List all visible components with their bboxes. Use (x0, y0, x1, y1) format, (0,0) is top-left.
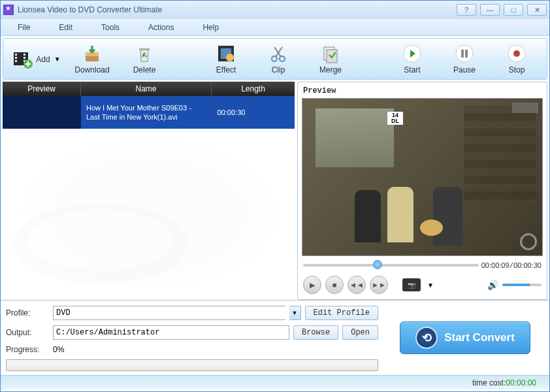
scissors-icon (268, 43, 289, 64)
settings-area: Profile: ▼ Edit Profile Output: Browse O… (6, 306, 378, 370)
pause-button[interactable]: Pause (438, 41, 491, 77)
add-label: Add (36, 55, 50, 64)
profile-dropdown-arrow[interactable]: ▼ (289, 306, 301, 320)
browse-button[interactable]: Browse (293, 325, 338, 340)
profile-label: Profile: (6, 308, 49, 318)
output-path-input[interactable] (53, 325, 289, 340)
preview-panel: Preview 14 DL 00:00:09/00:00:30 ▶ ■ ◄◄ ►… (297, 82, 547, 300)
list-background (3, 129, 295, 300)
pause-label: Pause (453, 65, 476, 74)
download-label: Download (74, 65, 109, 74)
svg-point-13 (226, 54, 234, 61)
add-button[interactable]: Add ▼ (7, 41, 66, 77)
time-cost-label: time cost: (472, 378, 506, 387)
play-icon (402, 43, 423, 64)
output-label: Output: (6, 328, 49, 337)
statusbar: time cost: 00:00:00 (1, 375, 549, 389)
filmstrip-add-icon (12, 48, 33, 69)
effect-button[interactable]: Effect (200, 41, 252, 77)
svg-rect-2 (15, 57, 17, 59)
stop-icon (506, 43, 527, 64)
play-control[interactable]: ▶ (303, 276, 321, 294)
svg-rect-17 (327, 50, 337, 63)
svg-rect-3 (15, 60, 17, 62)
menu-actions[interactable]: Actions (140, 20, 182, 35)
app-icon (3, 5, 14, 15)
preview-title: Preview (300, 85, 544, 97)
start-button[interactable]: Start (386, 41, 438, 77)
menu-tools[interactable]: Tools (93, 20, 127, 35)
svg-rect-21 (465, 50, 468, 57)
open-button[interactable]: Open (342, 325, 378, 340)
snapshot-button[interactable]: 📷 (402, 278, 421, 291)
window-title: Lionsea Video to DVD Converter Ultimate (18, 5, 453, 14)
col-preview[interactable]: Preview (3, 82, 81, 96)
row-filename: How I Met Your Mother S09E03 - Last Time… (81, 101, 199, 125)
stop-control[interactable]: ■ (325, 276, 344, 294)
svg-rect-5 (24, 57, 25, 59)
clip-label: Clip (272, 65, 285, 74)
playback-controls: ▶ ■ ◄◄ ►► 📷 ▼ 🔊 (300, 273, 544, 297)
convert-label: Start Convert (444, 331, 515, 344)
titlebar: Lionsea Video to DVD Converter Ultimate … (1, 1, 549, 19)
svg-rect-1 (15, 54, 17, 56)
video-preview[interactable]: 14 DL (302, 98, 543, 256)
menu-file[interactable]: File (10, 20, 38, 35)
menu-edit[interactable]: Edit (51, 20, 80, 35)
convert-area: ⟲ Start Convert (386, 306, 544, 370)
volume-icon[interactable]: 🔊 (487, 280, 498, 290)
volume-slider[interactable] (502, 284, 542, 286)
effect-icon (216, 43, 236, 64)
minimize-button[interactable]: — (480, 4, 500, 16)
seek-slider[interactable] (303, 264, 479, 267)
merge-label: Merge (319, 65, 342, 74)
effect-label: Effect (216, 65, 236, 74)
menu-help[interactable]: Help (195, 20, 227, 35)
svg-rect-10 (139, 48, 150, 50)
rating-badge: 14 DL (387, 112, 403, 125)
bottom-panel: Profile: ▼ Edit Profile Output: Browse O… (1, 300, 549, 375)
network-logo-icon (520, 233, 537, 250)
rewind-control[interactable]: ◄◄ (348, 276, 366, 294)
help-button[interactable]: ? (457, 4, 476, 16)
dropdown-arrow-icon: ▼ (54, 56, 61, 63)
edit-profile-button[interactable]: Edit Profile (305, 306, 378, 320)
stop-button[interactable]: Stop (491, 41, 543, 77)
time-display: 00:00:09/00:00:30 (481, 261, 542, 270)
download-button[interactable]: Download (66, 41, 118, 77)
col-length[interactable]: Length (212, 82, 295, 96)
file-list-panel: Preview Name Length How I Met Your Mothe… (3, 82, 295, 300)
close-button[interactable]: ✕ (527, 4, 547, 16)
content-area: Preview Name Length How I Met Your Mothe… (1, 82, 549, 300)
progress-label: Progress: (6, 345, 49, 354)
col-name[interactable]: Name (81, 82, 212, 96)
clip-button[interactable]: Clip (252, 41, 304, 77)
start-label: Start (404, 65, 420, 74)
merge-button[interactable]: Merge (304, 41, 357, 77)
toolbar: Add ▼ Download Delete Effect Clip Merge (3, 38, 547, 80)
start-convert-button[interactable]: ⟲ Start Convert (400, 321, 530, 354)
video-frame: 14 DL (302, 99, 542, 255)
recycle-bin-icon (134, 43, 155, 64)
stop-label: Stop (509, 65, 525, 74)
list-body: How I Met Your Mother S09E03 - Last Time… (3, 96, 295, 300)
maximize-button[interactable]: □ (504, 4, 523, 16)
delete-label: Delete (133, 65, 156, 74)
progress-bar (6, 359, 378, 371)
profile-combobox[interactable] (53, 306, 285, 320)
row-length: 00:00:30 (199, 108, 264, 116)
progress-value: 0% (53, 345, 69, 354)
row-thumbnail (3, 96, 81, 129)
timeline: 00:00:09/00:00:30 (300, 257, 544, 273)
svg-point-23 (513, 50, 520, 57)
forward-control[interactable]: ►► (370, 276, 388, 294)
pause-icon (454, 43, 475, 64)
convert-icon: ⟲ (415, 327, 438, 349)
list-header: Preview Name Length (3, 82, 295, 96)
delete-button[interactable]: Delete (118, 41, 170, 77)
table-row[interactable]: How I Met Your Mother S09E03 - Last Time… (3, 96, 295, 129)
seek-handle[interactable] (373, 260, 382, 269)
merge-icon (320, 43, 341, 64)
snapshot-dropdown[interactable]: ▼ (425, 282, 436, 289)
svg-rect-4 (24, 54, 25, 56)
